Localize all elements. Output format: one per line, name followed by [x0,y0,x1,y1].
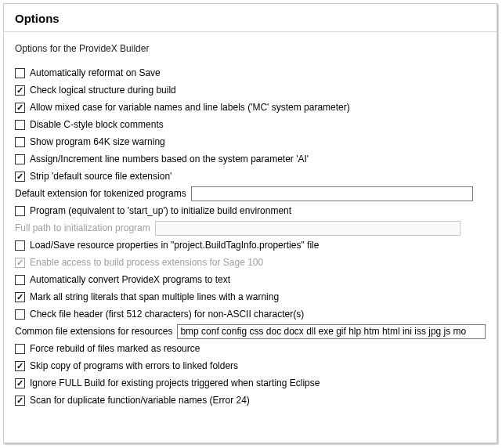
label-default-ext: Default extension for tokenized programs [15,188,186,199]
option-show-64k: Show program 64K size warning [15,134,486,150]
checkbox-program-startup[interactable] [15,206,25,216]
option-check-logical: Check logical structure during build [15,82,486,98]
label-disable-cstyle: Disable C-style block comments [30,119,164,130]
label-allow-mixed: Allow mixed case for variable names and … [30,102,350,113]
input-common-ext[interactable]: bmp conf config css doc docx dll exe gif… [177,324,486,339]
label-check-file-hdr: Check file header (first 512 characters)… [30,309,304,320]
label-scan-dup: Scan for duplicate function/variable nam… [30,395,250,406]
option-program-startup: Program (equivalent to 'start_up') to in… [15,203,486,219]
label-load-save-rsrc: Load/Save resource properties in "projec… [30,240,319,251]
label-check-logical: Check logical structure during build [30,85,176,96]
checkbox-check-logical[interactable] [15,85,25,96]
checkbox-auto-convert-txt[interactable] [15,275,25,285]
panel-body: Options for the ProvideX Builder Automat… [4,32,497,417]
option-force-rebuild: Force rebuild of files marked as resourc… [15,341,486,356]
option-scan-dup: Scan for duplicate function/variable nam… [15,392,486,408]
checkbox-scan-dup[interactable] [15,396,25,406]
label-skip-copy-err: Skip copy of programs with errors to lin… [30,360,238,371]
option-strip-ext: Strip 'default source file extension' [15,168,486,184]
option-allow-mixed: Allow mixed case for variable names and … [15,99,486,115]
options-panel: Options Options for the ProvideX Builder… [3,3,497,443]
row-common-ext: Common file extensions for resources bmp… [15,323,486,339]
label-assign-inc: Assign/Increment line numbers based on t… [30,154,309,164]
checkbox-check-file-hdr[interactable] [15,309,25,320]
option-auto-convert-txt: Automatically convert ProvideX programs … [15,272,486,287]
label-program-startup: Program (equivalent to 'start_up') to in… [30,205,291,216]
checkbox-auto-reformat[interactable] [15,68,25,78]
label-ignore-full-build: Ignore FULL Build for existing projects … [30,378,320,388]
option-auto-reformat: Automatically reformat on Save [15,65,486,81]
label-force-rebuild: Force rebuild of files marked as resourc… [30,343,200,354]
checkbox-strip-ext[interactable] [15,172,25,182]
label-auto-reformat: Automatically reformat on Save [30,67,161,78]
checkbox-show-64k[interactable] [15,137,25,147]
label-enable-sage100: Enable access to build process extension… [30,257,263,268]
option-disable-cstyle: Disable C-style block comments [15,117,486,132]
label-show-64k: Show program 64K size warning [30,136,165,147]
checkbox-disable-cstyle[interactable] [15,120,25,130]
option-ignore-full-build: Ignore FULL Build for existing projects … [15,375,486,391]
checkbox-allow-mixed[interactable] [15,103,25,113]
row-default-ext: Default extension for tokenized programs [15,186,486,201]
label-mark-string-lit: Mark all string literals that span multi… [30,291,279,302]
input-fullpath [155,221,460,236]
label-fullpath: Full path to initialization program [15,222,150,233]
checkbox-ignore-full-build[interactable] [15,378,25,388]
label-auto-convert-txt: Automatically convert ProvideX programs … [30,274,230,285]
checkbox-assign-inc[interactable] [15,154,25,164]
checkbox-skip-copy-err[interactable] [15,361,25,371]
label-strip-ext: Strip 'default source file extension' [30,171,172,182]
option-mark-string-lit: Mark all string literals that span multi… [15,289,486,305]
input-default-ext[interactable] [191,186,473,201]
option-skip-copy-err: Skip copy of programs with errors to lin… [15,358,486,374]
option-enable-sage100: Enable access to build process extension… [15,255,486,270]
checkbox-enable-sage100 [15,258,25,268]
option-check-file-hdr: Check file header (first 512 characters)… [15,306,486,322]
row-fullpath: Full path to initialization program [15,220,486,236]
panel-subtitle: Options for the ProvideX Builder [15,43,486,54]
option-assign-inc: Assign/Increment line numbers based on t… [15,151,486,167]
checkbox-mark-string-lit[interactable] [15,292,25,302]
option-load-save-rsrc: Load/Save resource properties in "projec… [15,237,486,253]
label-common-ext: Common file extensions for resources [15,326,172,337]
checkbox-force-rebuild[interactable] [15,344,25,354]
panel-title: Options [4,4,497,32]
checkbox-load-save-rsrc[interactable] [15,240,25,251]
